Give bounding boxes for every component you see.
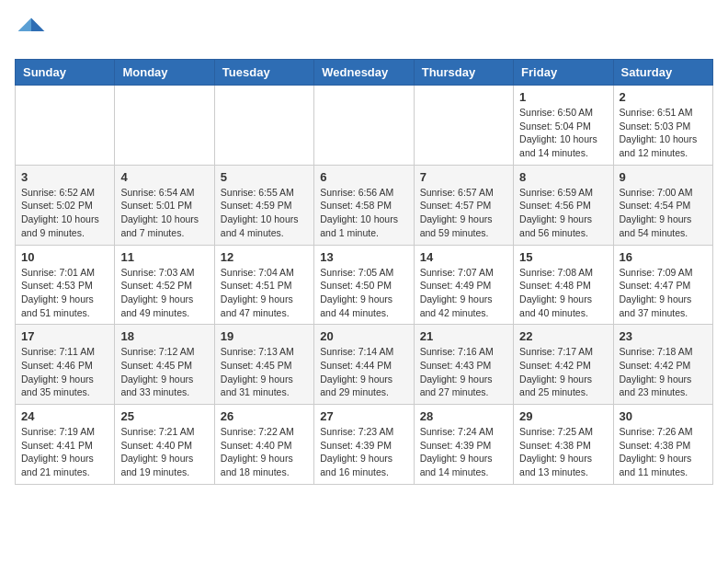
day-number: 16 <box>620 250 707 264</box>
day-number: 1 <box>519 90 607 104</box>
calendar-cell: 25Sunrise: 7:21 AM Sunset: 4:40 PM Dayli… <box>115 405 214 485</box>
weekday-header-friday: Friday <box>514 60 613 86</box>
calendar-cell: 23Sunrise: 7:18 AM Sunset: 4:42 PM Dayli… <box>613 325 712 405</box>
day-number: 25 <box>120 409 208 423</box>
calendar-cell: 3Sunrise: 6:52 AM Sunset: 5:02 PM Daylig… <box>16 165 115 245</box>
day-info: Sunrise: 7:11 AM Sunset: 4:46 PM Dayligh… <box>21 345 108 399</box>
day-info: Sunrise: 7:16 AM Sunset: 4:43 PM Dayligh… <box>420 345 507 399</box>
day-info: Sunrise: 6:52 AM Sunset: 5:02 PM Dayligh… <box>21 186 108 240</box>
day-info: Sunrise: 7:23 AM Sunset: 4:39 PM Dayligh… <box>320 425 407 479</box>
day-number: 7 <box>420 170 507 184</box>
weekday-header-tuesday: Tuesday <box>214 60 313 86</box>
weekday-header-thursday: Thursday <box>414 60 513 86</box>
day-number: 10 <box>21 250 108 264</box>
calendar-week-row: 1Sunrise: 6:50 AM Sunset: 5:04 PM Daylig… <box>16 86 713 166</box>
day-number: 14 <box>420 250 507 264</box>
day-number: 18 <box>120 329 208 343</box>
day-info: Sunrise: 7:09 AM Sunset: 4:47 PM Dayligh… <box>620 266 707 320</box>
calendar-cell: 22Sunrise: 7:17 AM Sunset: 4:42 PM Dayli… <box>514 325 613 405</box>
day-info: Sunrise: 6:55 AM Sunset: 4:59 PM Dayligh… <box>221 186 308 240</box>
day-number: 24 <box>21 409 108 423</box>
svg-marker-1 <box>18 18 31 31</box>
day-info: Sunrise: 7:22 AM Sunset: 4:40 PM Dayligh… <box>221 425 308 479</box>
page-header <box>15 15 713 48</box>
calendar-cell: 4Sunrise: 6:54 AM Sunset: 5:01 PM Daylig… <box>115 165 214 245</box>
logo-icon <box>15 15 48 48</box>
day-number: 12 <box>221 250 308 264</box>
calendar-cell: 7Sunrise: 6:57 AM Sunset: 4:57 PM Daylig… <box>414 165 513 245</box>
day-number: 19 <box>221 329 308 343</box>
day-info: Sunrise: 6:54 AM Sunset: 5:01 PM Dayligh… <box>120 186 208 240</box>
day-info: Sunrise: 7:00 AM Sunset: 4:54 PM Dayligh… <box>620 186 707 240</box>
day-number: 6 <box>320 170 407 184</box>
calendar-week-row: 3Sunrise: 6:52 AM Sunset: 5:02 PM Daylig… <box>16 165 713 245</box>
calendar-cell: 29Sunrise: 7:25 AM Sunset: 4:38 PM Dayli… <box>514 405 613 485</box>
calendar-cell: 24Sunrise: 7:19 AM Sunset: 4:41 PM Dayli… <box>16 405 115 485</box>
day-number: 17 <box>21 329 108 343</box>
day-info: Sunrise: 7:07 AM Sunset: 4:49 PM Dayligh… <box>420 266 507 320</box>
day-info: Sunrise: 7:12 AM Sunset: 4:45 PM Dayligh… <box>120 345 208 399</box>
calendar-week-row: 24Sunrise: 7:19 AM Sunset: 4:41 PM Dayli… <box>16 405 713 485</box>
svg-marker-0 <box>31 18 44 31</box>
day-number: 30 <box>620 409 707 423</box>
day-number: 29 <box>519 409 607 423</box>
calendar-cell: 28Sunrise: 7:24 AM Sunset: 4:39 PM Dayli… <box>414 405 513 485</box>
day-info: Sunrise: 7:26 AM Sunset: 4:38 PM Dayligh… <box>620 425 707 479</box>
weekday-header-row: SundayMondayTuesdayWednesdayThursdayFrid… <box>16 60 713 86</box>
calendar-cell: 26Sunrise: 7:22 AM Sunset: 4:40 PM Dayli… <box>214 405 313 485</box>
calendar-cell: 10Sunrise: 7:01 AM Sunset: 4:53 PM Dayli… <box>16 245 115 325</box>
calendar-cell: 15Sunrise: 7:08 AM Sunset: 4:48 PM Dayli… <box>514 245 613 325</box>
calendar-body: 1Sunrise: 6:50 AM Sunset: 5:04 PM Daylig… <box>16 86 713 485</box>
calendar-cell: 11Sunrise: 7:03 AM Sunset: 4:52 PM Dayli… <box>115 245 214 325</box>
calendar-cell <box>314 86 414 166</box>
day-info: Sunrise: 6:51 AM Sunset: 5:03 PM Dayligh… <box>620 106 707 160</box>
day-info: Sunrise: 7:01 AM Sunset: 4:53 PM Dayligh… <box>21 266 108 320</box>
calendar-cell: 2Sunrise: 6:51 AM Sunset: 5:03 PM Daylig… <box>613 86 712 166</box>
calendar-cell: 16Sunrise: 7:09 AM Sunset: 4:47 PM Dayli… <box>613 245 712 325</box>
day-number: 22 <box>519 329 607 343</box>
calendar-cell: 18Sunrise: 7:12 AM Sunset: 4:45 PM Dayli… <box>115 325 214 405</box>
day-number: 23 <box>620 329 707 343</box>
day-number: 21 <box>420 329 507 343</box>
day-info: Sunrise: 6:57 AM Sunset: 4:57 PM Dayligh… <box>420 186 507 240</box>
day-info: Sunrise: 7:03 AM Sunset: 4:52 PM Dayligh… <box>120 266 208 320</box>
day-info: Sunrise: 7:24 AM Sunset: 4:39 PM Dayligh… <box>420 425 507 479</box>
calendar-cell: 5Sunrise: 6:55 AM Sunset: 4:59 PM Daylig… <box>214 165 313 245</box>
day-info: Sunrise: 7:19 AM Sunset: 4:41 PM Dayligh… <box>21 425 108 479</box>
calendar-header: SundayMondayTuesdayWednesdayThursdayFrid… <box>16 60 713 86</box>
day-number: 13 <box>320 250 407 264</box>
calendar-cell <box>414 86 513 166</box>
day-info: Sunrise: 7:04 AM Sunset: 4:51 PM Dayligh… <box>221 266 308 320</box>
day-info: Sunrise: 7:18 AM Sunset: 4:42 PM Dayligh… <box>620 345 707 399</box>
day-info: Sunrise: 7:08 AM Sunset: 4:48 PM Dayligh… <box>519 266 607 320</box>
day-number: 11 <box>120 250 208 264</box>
calendar-cell: 1Sunrise: 6:50 AM Sunset: 5:04 PM Daylig… <box>514 86 613 166</box>
weekday-header-sunday: Sunday <box>16 60 115 86</box>
day-info: Sunrise: 7:21 AM Sunset: 4:40 PM Dayligh… <box>120 425 208 479</box>
day-info: Sunrise: 7:13 AM Sunset: 4:45 PM Dayligh… <box>221 345 308 399</box>
calendar-cell <box>115 86 214 166</box>
calendar-table: SundayMondayTuesdayWednesdayThursdayFrid… <box>15 59 713 485</box>
calendar-cell: 21Sunrise: 7:16 AM Sunset: 4:43 PM Dayli… <box>414 325 513 405</box>
calendar-week-row: 10Sunrise: 7:01 AM Sunset: 4:53 PM Dayli… <box>16 245 713 325</box>
calendar-cell: 27Sunrise: 7:23 AM Sunset: 4:39 PM Dayli… <box>314 405 414 485</box>
day-number: 27 <box>320 409 407 423</box>
day-number: 4 <box>120 170 208 184</box>
day-info: Sunrise: 7:14 AM Sunset: 4:44 PM Dayligh… <box>320 345 407 399</box>
calendar-cell: 19Sunrise: 7:13 AM Sunset: 4:45 PM Dayli… <box>214 325 313 405</box>
day-info: Sunrise: 7:05 AM Sunset: 4:50 PM Dayligh… <box>320 266 407 320</box>
calendar-cell: 30Sunrise: 7:26 AM Sunset: 4:38 PM Dayli… <box>613 405 712 485</box>
weekday-header-monday: Monday <box>115 60 214 86</box>
day-number: 8 <box>519 170 607 184</box>
calendar-cell: 13Sunrise: 7:05 AM Sunset: 4:50 PM Dayli… <box>314 245 414 325</box>
calendar-cell: 12Sunrise: 7:04 AM Sunset: 4:51 PM Dayli… <box>214 245 313 325</box>
calendar-cell: 9Sunrise: 7:00 AM Sunset: 4:54 PM Daylig… <box>613 165 712 245</box>
weekday-header-wednesday: Wednesday <box>314 60 414 86</box>
day-info: Sunrise: 6:50 AM Sunset: 5:04 PM Dayligh… <box>519 106 607 160</box>
day-number: 20 <box>320 329 407 343</box>
logo <box>15 15 51 48</box>
calendar-cell <box>214 86 313 166</box>
day-number: 26 <box>221 409 308 423</box>
calendar-cell: 14Sunrise: 7:07 AM Sunset: 4:49 PM Dayli… <box>414 245 513 325</box>
day-number: 9 <box>620 170 707 184</box>
